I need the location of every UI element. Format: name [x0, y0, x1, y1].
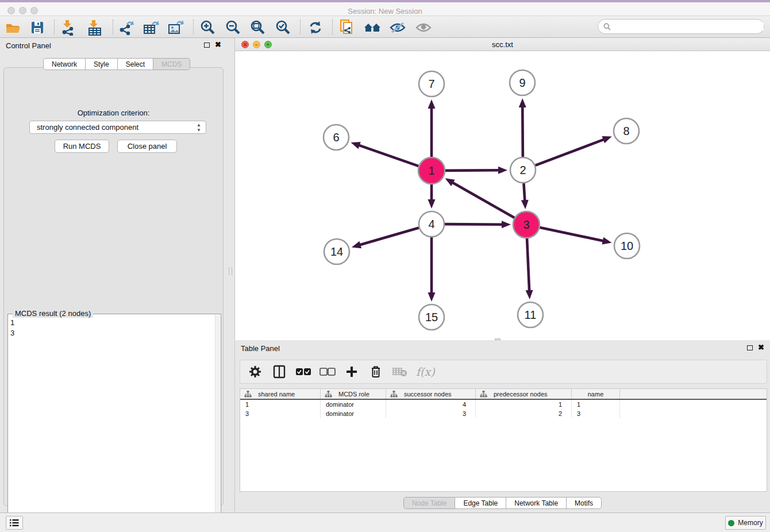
- tab-style[interactable]: Style: [86, 58, 118, 70]
- close-panel-button[interactable]: Close panel: [117, 140, 177, 153]
- close-panel-icon[interactable]: ✖: [215, 42, 221, 48]
- graph-node-label: 9: [519, 76, 525, 89]
- tab-motifs[interactable]: Motifs: [567, 497, 602, 509]
- table-cell[interactable]: 1: [572, 400, 620, 409]
- graph-node-10[interactable]: 10: [614, 233, 640, 259]
- graph-edge-3-1[interactable]: [445, 178, 515, 218]
- float-panel-icon[interactable]: [204, 43, 210, 48]
- table-cell[interactable]: 3: [386, 409, 476, 418]
- graph-edge-1-2[interactable]: [445, 167, 507, 174]
- graph-edge-2-8[interactable]: [536, 136, 612, 165]
- add-row-icon[interactable]: [344, 364, 360, 380]
- node-table[interactable]: shared name MCDS role successor nodes pr…: [240, 388, 767, 492]
- graph-node-15[interactable]: 15: [419, 304, 444, 330]
- column-header-mcds-role[interactable]: MCDS role: [321, 389, 386, 399]
- shared-column-icon: [325, 391, 332, 398]
- mcds-result-text[interactable]: 1 3: [10, 318, 14, 338]
- zoom-in-icon[interactable]: [199, 19, 217, 36]
- import-network-icon[interactable]: [60, 19, 77, 36]
- network-window-titlebar[interactable]: ✕ − + scc.txt: [235, 38, 770, 51]
- graph-edge-4-15[interactable]: [428, 237, 436, 302]
- column-header-name[interactable]: name: [572, 389, 620, 399]
- close-table-panel-icon[interactable]: ✖: [758, 345, 764, 350]
- table-cell[interactable]: dominator: [321, 409, 386, 418]
- graph-node-3[interactable]: 3: [513, 211, 540, 238]
- search-input[interactable]: [614, 22, 764, 30]
- memory-button[interactable]: Memory: [725, 516, 766, 530]
- select-all-icon[interactable]: [295, 364, 311, 380]
- graph-node-8[interactable]: 8: [614, 118, 639, 144]
- table-row[interactable]: 1dominator411: [240, 400, 767, 409]
- graph-node-1[interactable]: 1: [418, 157, 445, 184]
- hide-selection-icon[interactable]: [389, 19, 406, 36]
- open-session-icon[interactable]: [5, 19, 22, 36]
- export-table-icon[interactable]: [143, 19, 160, 36]
- show-all-icon[interactable]: [415, 19, 432, 36]
- graph-edge-1-4[interactable]: [428, 184, 436, 209]
- show-columns-icon[interactable]: [271, 364, 287, 380]
- network-canvas[interactable]: 7968124314101511: [235, 51, 770, 340]
- graph-edge-3-11[interactable]: [526, 238, 533, 299]
- delete-table-icon[interactable]: [392, 364, 408, 380]
- table-settings-gear-icon[interactable]: [247, 364, 263, 380]
- table-cell[interactable]: 3: [572, 409, 620, 418]
- table-cell[interactable]: 4: [386, 400, 476, 409]
- column-header-shared-name[interactable]: shared name: [240, 389, 321, 399]
- graph-node-11[interactable]: 11: [518, 302, 543, 327]
- import-table-icon[interactable]: [86, 19, 103, 36]
- graph-node-14[interactable]: 14: [324, 239, 349, 264]
- run-mcds-button[interactable]: Run MCDS: [55, 140, 109, 153]
- result-scrollbar[interactable]: [215, 315, 220, 532]
- tab-select[interactable]: Select: [118, 58, 153, 70]
- graph-edge-4-14[interactable]: [352, 228, 419, 248]
- graph-node-6[interactable]: 6: [324, 125, 349, 150]
- graph-edge-3-10[interactable]: [540, 228, 612, 245]
- table-cell[interactable]: 3: [240, 409, 321, 418]
- graph-node-7[interactable]: 7: [419, 71, 444, 97]
- graph-node-4[interactable]: 4: [419, 211, 444, 237]
- table-cell[interactable]: 1: [476, 400, 572, 409]
- tab-edge-table[interactable]: Edge Table: [455, 497, 506, 509]
- control-panel-tabs: Network Style Select MCDS: [43, 58, 190, 70]
- tab-network[interactable]: Network: [43, 58, 86, 70]
- delete-row-trash-icon[interactable]: [368, 364, 384, 380]
- graph-node-label: 8: [623, 125, 629, 137]
- table-cell[interactable]: 1: [240, 400, 321, 409]
- table-row[interactable]: 3dominator323: [240, 409, 767, 418]
- table-body: 1dominator4113dominator323: [240, 400, 767, 418]
- table-cell[interactable]: dominator: [321, 400, 386, 409]
- cytoscape-window: Session: New Session: [0, 0, 770, 532]
- save-session-icon[interactable]: [29, 19, 46, 36]
- zoom-out-icon[interactable]: [225, 19, 242, 36]
- column-header-successor-nodes[interactable]: successor nodes: [386, 389, 476, 399]
- search-field[interactable]: [598, 19, 764, 34]
- first-neighbors-icon[interactable]: [364, 19, 381, 36]
- zoom-selected-icon[interactable]: [275, 19, 292, 36]
- optimization-criterion-label: Optimization criterion:: [4, 109, 223, 117]
- column-header-predecessor-nodes[interactable]: predecessor nodes: [476, 389, 572, 399]
- graph-edge-1-6[interactable]: [351, 142, 419, 166]
- column-label: successor nodes: [404, 391, 452, 398]
- criterion-dropdown[interactable]: strongly connected component ▲▼: [29, 121, 206, 134]
- graph-node-9[interactable]: 9: [510, 70, 535, 95]
- graph-edge-2-3[interactable]: [521, 183, 529, 209]
- float-table-panel-icon[interactable]: [747, 345, 753, 350]
- tab-mcds[interactable]: MCDS: [153, 58, 190, 70]
- apply-function-icon[interactable]: f(x): [416, 365, 435, 378]
- graph-edge-4-3[interactable]: [445, 221, 511, 228]
- new-network-from-selection-icon[interactable]: [338, 19, 356, 36]
- panel-splitter-handle[interactable]: [229, 267, 232, 275]
- show-panels-button[interactable]: [6, 516, 23, 530]
- graph-node-2[interactable]: 2: [510, 157, 536, 183]
- export-image-icon[interactable]: [167, 19, 184, 36]
- tab-node-table[interactable]: Node Table: [403, 497, 456, 509]
- export-network-icon[interactable]: [118, 19, 135, 36]
- tab-network-table[interactable]: Network Table: [506, 497, 567, 509]
- table-cell[interactable]: 2: [476, 409, 572, 418]
- refresh-icon[interactable]: [307, 19, 324, 36]
- column-label: predecessor nodes: [494, 391, 548, 398]
- zoom-fit-icon[interactable]: [249, 19, 267, 36]
- deselect-all-icon[interactable]: [319, 364, 336, 380]
- graph-edge-1-7[interactable]: [428, 99, 436, 157]
- graph-edge-2-9[interactable]: [519, 98, 526, 157]
